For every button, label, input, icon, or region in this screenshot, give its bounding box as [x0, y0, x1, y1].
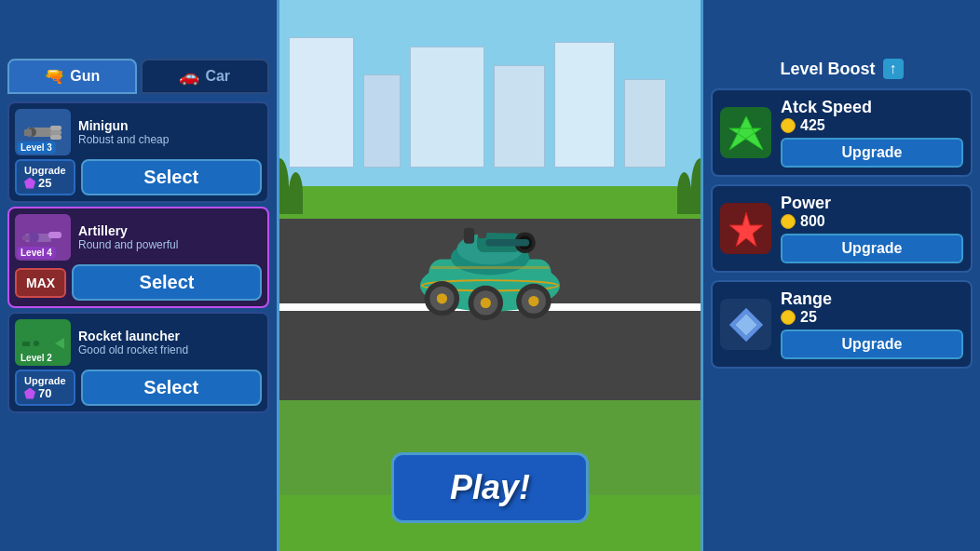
svg-rect-9: [22, 235, 30, 240]
weapon-card-minigun: Level 3 Minigun Robust and cheap Upgrade…: [7, 101, 269, 203]
range-coin-icon: [781, 310, 796, 325]
atck-speed-cost: 425: [781, 117, 963, 134]
weapon-top-rocket: Level 2 Rocket launcher Good old rocket …: [15, 319, 262, 366]
weapon-bottom-minigun: Upgrade 25 Select: [15, 159, 262, 195]
range-cost: 25: [781, 309, 963, 326]
range-name: Range: [781, 289, 963, 309]
level-boost-title: Level Boost: [780, 60, 875, 79]
weapon-info-minigun: Minigun Robust and cheap: [78, 118, 262, 146]
power-name: Power: [781, 194, 963, 213]
gun-tab-icon: 🔫: [44, 66, 64, 87]
svg-point-29: [481, 298, 491, 308]
left-panel: 🔫 Gun 🚗 Car Level 3: [0, 0, 279, 551]
atck-speed-coin-icon: [781, 118, 796, 133]
svg-marker-36: [729, 212, 763, 247]
svg-rect-33: [464, 228, 474, 244]
power-upgrade-btn[interactable]: Upgrade: [781, 234, 963, 263]
minigun-desc: Robust and cheap: [78, 133, 262, 146]
level-boost-header: Level Boost ↑: [711, 59, 973, 79]
weapon-image-rocket: Level 2: [15, 319, 71, 366]
svg-rect-34: [478, 224, 486, 238]
svg-rect-1: [50, 126, 61, 130]
svg-rect-2: [50, 135, 61, 140]
atck-speed-upgrade-btn[interactable]: Upgrade: [781, 138, 963, 168]
range-cost-value: 25: [800, 309, 817, 326]
weapon-card-artillery: Level 4 Artillery Round and powerful MAX…: [7, 207, 269, 308]
tab-gun[interactable]: 🔫 Gun: [7, 59, 137, 94]
weapon-bottom-rocket: Upgrade 70 Select: [15, 370, 262, 406]
minigun-select-btn[interactable]: Select: [81, 159, 262, 195]
weapon-card-rocket: Level 2 Rocket launcher Good old rocket …: [7, 312, 269, 413]
artillery-desc: Round and powerful: [78, 238, 262, 251]
range-icon-wrap: [720, 299, 771, 350]
rocket-select-btn[interactable]: Select: [81, 370, 262, 406]
range-details: Range 25 Upgrade: [781, 289, 963, 359]
car-tab-label: Car: [205, 68, 230, 85]
rocket-upgrade-btn[interactable]: Upgrade 70: [15, 370, 75, 406]
weapon-bottom-artillery: MAX Select: [15, 264, 262, 301]
atck-speed-details: Atck Speed 425 Upgrade: [781, 98, 963, 168]
atck-speed-cost-value: 425: [800, 117, 825, 134]
weapon-info-artillery: Artillery Round and powerful: [78, 223, 262, 251]
power-coin-icon: [781, 214, 796, 229]
rocket-desc: Good old rocket friend: [78, 343, 262, 356]
weapon-image-artillery: Level 4: [15, 214, 71, 261]
boost-card-power: Power 800 Upgrade: [711, 184, 973, 273]
svg-rect-8: [48, 232, 61, 238]
artillery-level: Level 4: [17, 247, 56, 259]
svg-rect-3: [50, 130, 61, 135]
weapon-list: Level 3 Minigun Robust and cheap Upgrade…: [7, 101, 269, 413]
artillery-name: Artillery: [78, 223, 262, 238]
svg-point-32: [528, 296, 538, 306]
artillery-select-btn[interactable]: Select: [72, 264, 262, 301]
svg-marker-11: [55, 338, 64, 349]
tab-car[interactable]: 🚗 Car: [141, 59, 270, 94]
weapon-top-artillery: Level 4 Artillery Round and powerful: [15, 214, 262, 261]
svg-point-13: [34, 341, 39, 346]
right-panel: Level Boost ↑ Atck Speed 425 Upgrade Pow…: [701, 0, 980, 551]
svg-rect-21: [485, 239, 529, 247]
weapon-top-minigun: Level 3 Minigun Robust and cheap: [15, 109, 262, 155]
svg-point-26: [437, 293, 447, 303]
rocket-level: Level 2: [17, 352, 56, 364]
play-area: Play!: [391, 452, 589, 523]
gun-tab-label: Gun: [70, 68, 100, 85]
svg-marker-35: [729, 116, 763, 150]
artillery-max-btn[interactable]: MAX: [15, 268, 66, 298]
weapon-image-minigun: Level 3: [15, 109, 71, 155]
power-cost: 800: [781, 213, 963, 230]
rocket-gem-cost: 70: [24, 386, 66, 400]
atck-speed-icon-wrap: [720, 107, 771, 158]
boost-arrow-icon: ↑: [883, 59, 904, 79]
play-button[interactable]: Play!: [391, 452, 589, 523]
svg-rect-5: [24, 129, 32, 136]
minigun-gem-cost: 25: [24, 176, 66, 190]
svg-rect-12: [22, 342, 30, 346]
minigun-cost-value: 25: [38, 176, 51, 190]
power-cost-value: 800: [800, 213, 825, 230]
rocket-cost-value: 70: [38, 386, 51, 400]
minigun-level: Level 3: [17, 141, 56, 154]
rocket-name: Rocket launcher: [78, 329, 262, 343]
boost-card-range: Range 25 Upgrade: [711, 280, 973, 369]
svg-rect-23: [430, 266, 550, 269]
range-upgrade-btn[interactable]: Upgrade: [781, 329, 963, 359]
car-tab-icon: 🚗: [179, 66, 199, 87]
boost-card-atck-speed: Atck Speed 425 Upgrade: [711, 88, 973, 177]
atck-speed-name: Atck Speed: [781, 98, 963, 117]
weapon-tabs: 🔫 Gun 🚗 Car: [7, 59, 269, 94]
power-details: Power 800 Upgrade: [781, 194, 963, 263]
weapon-info-rocket: Rocket launcher Good old rocket friend: [78, 329, 262, 356]
minigun-name: Minigun: [78, 118, 262, 133]
power-icon-wrap: [720, 203, 771, 254]
minigun-upgrade-btn[interactable]: Upgrade 25: [15, 159, 75, 195]
tank-display: [397, 190, 583, 333]
